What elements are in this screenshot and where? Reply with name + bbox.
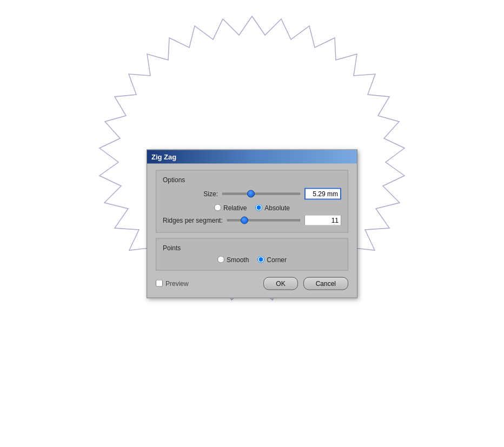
cancel-button[interactable]: Cancel <box>303 277 348 290</box>
dialog-wrapper: Zig Zag Options Size: <box>147 149 357 298</box>
size-slider-container <box>222 192 300 195</box>
absolute-label: Absolute <box>264 204 290 211</box>
points-label: Points <box>163 244 341 251</box>
footer-row: Preview OK Cancel <box>156 276 348 290</box>
preview-checkbox[interactable] <box>156 280 163 287</box>
ridges-slider-container <box>227 219 300 221</box>
size-label: Size: <box>163 190 222 197</box>
size-value-input[interactable] <box>304 188 341 199</box>
dialog-body: Options Size: Relative <box>147 163 357 297</box>
preview-label: Preview <box>165 279 189 287</box>
buttons-row: OK Cancel <box>263 277 348 290</box>
smooth-label: Smooth <box>227 256 249 263</box>
relative-option[interactable]: Relative <box>214 204 247 211</box>
absolute-option[interactable]: Absolute <box>255 204 290 211</box>
options-section: Options Size: Relative <box>156 170 348 232</box>
size-row: Size: <box>163 188 341 199</box>
preview-option[interactable]: Preview <box>156 279 189 287</box>
options-label: Options <box>163 176 341 183</box>
ridges-slider[interactable] <box>227 219 300 221</box>
points-section: Points Smooth Corner <box>156 238 348 270</box>
dialog-titlebar: Zig Zag <box>147 150 357 163</box>
corner-option[interactable]: Corner <box>257 256 287 263</box>
relative-label: Relative <box>223 204 247 211</box>
dialog-title: Zig Zag <box>151 152 176 161</box>
ridges-value-input[interactable] <box>304 215 341 225</box>
size-slider[interactable] <box>222 192 300 195</box>
ok-button[interactable]: OK <box>263 277 297 290</box>
smooth-option[interactable]: Smooth <box>217 256 249 263</box>
points-radio-row: Smooth Corner <box>163 256 341 263</box>
corner-radio[interactable] <box>257 256 264 263</box>
absolute-radio[interactable] <box>255 204 262 211</box>
ridges-label: Ridges per segment: <box>163 216 227 224</box>
ridges-row: Ridges per segment: <box>163 215 341 225</box>
relative-radio[interactable] <box>214 204 221 211</box>
corner-label: Corner <box>267 256 287 263</box>
smooth-radio[interactable] <box>217 256 224 263</box>
size-type-radio-row: Relative Absolute <box>163 204 341 211</box>
zig-zag-dialog: Zig Zag Options Size: <box>147 149 357 298</box>
